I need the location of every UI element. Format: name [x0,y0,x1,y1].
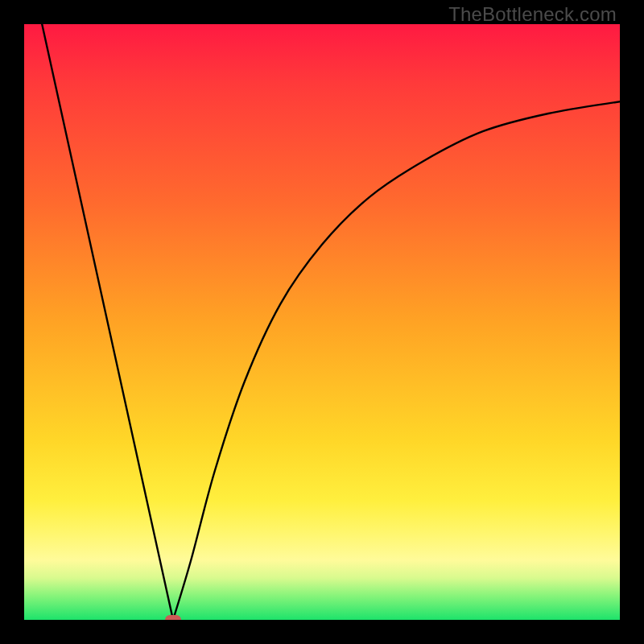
watermark-text: TheBottleneck.com [448,3,617,26]
plot-frame [24,24,620,620]
bottleneck-curve [24,24,620,620]
minimum-marker [165,615,181,620]
curve-right-branch [173,101,620,620]
curve-left-branch [42,24,173,620]
